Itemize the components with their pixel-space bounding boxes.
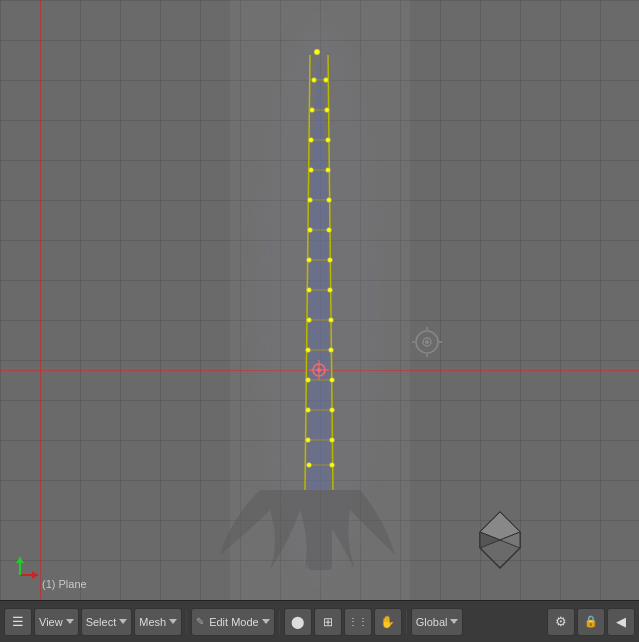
vertical-center-line bbox=[40, 0, 41, 600]
svg-point-32 bbox=[306, 438, 311, 443]
mesh-chevron-icon bbox=[169, 619, 177, 624]
edit-mode-label: Edit Mode bbox=[209, 616, 259, 628]
select-label: Select bbox=[86, 616, 117, 628]
svg-point-20 bbox=[312, 78, 317, 83]
view-label: View bbox=[39, 616, 63, 628]
svg-point-53 bbox=[423, 338, 431, 346]
settings-icon: ⚙ bbox=[555, 614, 567, 629]
bottom-toolbar: ☰ View Select Mesh ✎ Edit Mode ⬤ ⊞ ⋮⋮ ✋ … bbox=[0, 600, 639, 642]
svg-point-34 bbox=[324, 78, 329, 83]
svg-point-21 bbox=[310, 108, 315, 113]
hand-button[interactable]: ✋ bbox=[374, 608, 402, 636]
svg-point-52 bbox=[416, 331, 438, 353]
svg-point-38 bbox=[327, 198, 332, 203]
svg-point-44 bbox=[330, 378, 335, 383]
svg-point-23 bbox=[309, 168, 314, 173]
select-dropdown[interactable]: Select bbox=[81, 608, 133, 636]
pivot-point bbox=[309, 360, 329, 380]
settings-button[interactable]: ⚙ bbox=[547, 608, 575, 636]
svg-point-22 bbox=[309, 138, 314, 143]
hand-icon: ✋ bbox=[380, 615, 395, 629]
svg-point-33 bbox=[307, 463, 312, 468]
separator-1 bbox=[186, 610, 187, 634]
edit-mode-chevron-icon bbox=[262, 619, 270, 624]
edit-mode-dropdown[interactable]: ✎ Edit Mode bbox=[191, 608, 275, 636]
mesh-dropdown[interactable]: Mesh bbox=[134, 608, 182, 636]
svg-point-48 bbox=[313, 364, 325, 376]
svg-point-29 bbox=[306, 348, 311, 353]
arrow-button[interactable]: ◀ bbox=[607, 608, 635, 636]
svg-line-2 bbox=[305, 55, 310, 490]
render-icon: ⬤ bbox=[291, 615, 304, 629]
svg-marker-66 bbox=[16, 557, 24, 563]
svg-marker-59 bbox=[480, 512, 520, 568]
lock-button[interactable]: 🔒 bbox=[577, 608, 605, 636]
svg-marker-61 bbox=[480, 532, 500, 548]
svg-marker-60 bbox=[480, 512, 520, 540]
lock-icon: 🔒 bbox=[584, 615, 598, 628]
svg-point-43 bbox=[329, 348, 334, 353]
edit-mode-icon: ✎ bbox=[196, 616, 204, 627]
svg-marker-64 bbox=[32, 571, 38, 579]
svg-point-36 bbox=[326, 138, 331, 143]
svg-point-47 bbox=[330, 463, 335, 468]
svg-point-31 bbox=[306, 408, 311, 413]
horizontal-center-line bbox=[0, 370, 639, 371]
svg-point-19 bbox=[314, 49, 320, 55]
separator-2 bbox=[279, 610, 280, 634]
svg-point-39 bbox=[327, 228, 332, 233]
mesh-label: Mesh bbox=[139, 616, 166, 628]
separator-3 bbox=[406, 610, 407, 634]
svg-line-3 bbox=[328, 55, 333, 490]
global-chevron-icon bbox=[450, 619, 458, 624]
svg-point-42 bbox=[329, 318, 334, 323]
grid-snap-button[interactable]: ⋮⋮ bbox=[344, 608, 372, 636]
svg-point-35 bbox=[325, 108, 330, 113]
svg-point-28 bbox=[307, 318, 312, 323]
svg-point-46 bbox=[330, 438, 335, 443]
svg-point-27 bbox=[307, 288, 312, 293]
svg-point-0 bbox=[259, 20, 379, 580]
select-chevron-icon bbox=[119, 619, 127, 624]
svg-point-24 bbox=[308, 198, 313, 203]
svg-point-37 bbox=[326, 168, 331, 173]
svg-point-26 bbox=[307, 258, 312, 263]
3d-viewport[interactable]: (1) Plane bbox=[0, 0, 639, 600]
grid-snap-icon: ⋮⋮ bbox=[348, 616, 368, 627]
menu-button[interactable]: ☰ bbox=[4, 608, 32, 636]
arrow-icon: ◀ bbox=[616, 614, 626, 629]
svg-point-40 bbox=[328, 258, 333, 263]
svg-point-41 bbox=[328, 288, 333, 293]
svg-marker-62 bbox=[500, 532, 520, 548]
svg-rect-1 bbox=[308, 490, 332, 570]
global-label: Global bbox=[416, 616, 448, 628]
svg-point-25 bbox=[308, 228, 313, 233]
svg-point-45 bbox=[330, 408, 335, 413]
grid-overlay bbox=[0, 0, 639, 600]
global-dropdown[interactable]: Global bbox=[411, 608, 464, 636]
menu-icon: ☰ bbox=[12, 614, 24, 629]
plane-label: (1) Plane bbox=[42, 578, 87, 590]
render-button[interactable]: ⬤ bbox=[284, 608, 312, 636]
svg-point-30 bbox=[306, 378, 311, 383]
view-dropdown[interactable]: View bbox=[34, 608, 79, 636]
magnet-icon: ⊞ bbox=[323, 615, 333, 629]
center-band bbox=[230, 0, 410, 600]
svg-point-49 bbox=[317, 368, 321, 372]
view-chevron-icon bbox=[66, 619, 74, 624]
svg-marker-4 bbox=[308, 50, 330, 490]
magnet-button[interactable]: ⊞ bbox=[314, 608, 342, 636]
3d-model-svg bbox=[0, 0, 639, 600]
svg-point-54 bbox=[425, 340, 429, 344]
